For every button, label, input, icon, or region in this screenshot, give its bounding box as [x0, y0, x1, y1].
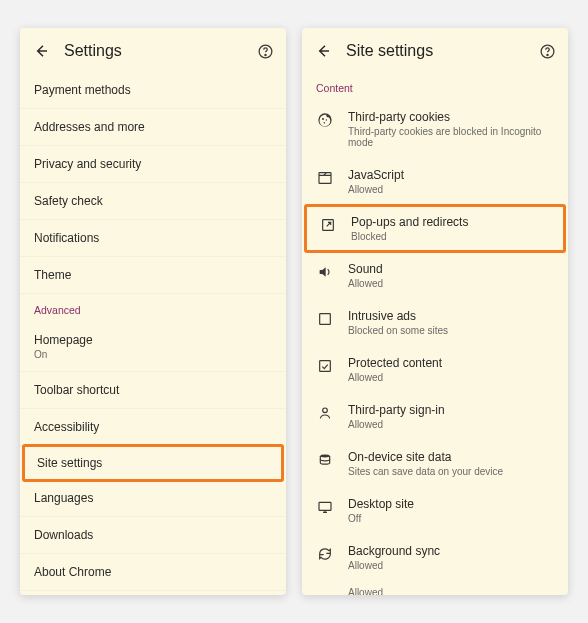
popup-icon — [319, 216, 337, 234]
row-cutoff: Allowed — [302, 581, 568, 595]
settings-list: Payment methods Addresses and more Priva… — [20, 72, 286, 595]
item-label: Third-party sign-in — [348, 403, 554, 417]
row-sound[interactable]: Sound Allowed — [302, 252, 568, 299]
site-settings-header: Site settings — [302, 28, 568, 72]
sync-icon — [316, 545, 334, 563]
row-intrusive-ads[interactable]: Intrusive ads Blocked on some sites — [302, 299, 568, 346]
row-protected-content[interactable]: Protected content Allowed — [302, 346, 568, 393]
row-homepage[interactable]: Homepage On — [20, 322, 286, 372]
item-label: JavaScript — [348, 168, 554, 182]
javascript-icon — [316, 169, 334, 187]
row-languages[interactable]: Languages — [20, 480, 286, 517]
settings-title: Settings — [64, 42, 242, 60]
item-sub: Third-party cookies are blocked in Incog… — [348, 126, 554, 148]
site-settings-list: Content Third-party cookies Third-party … — [302, 72, 568, 595]
row-payment-methods[interactable]: Payment methods — [20, 72, 286, 109]
help-icon[interactable] — [538, 42, 556, 60]
row-third-party-cookies[interactable]: Third-party cookies Third-party cookies … — [302, 100, 568, 158]
item-label: On-device site data — [348, 450, 554, 464]
item-label: Third-party cookies — [348, 110, 554, 124]
row-downloads[interactable]: Downloads — [20, 517, 286, 554]
row-background-sync[interactable]: Background sync Allowed — [302, 534, 568, 581]
row-desktop-site[interactable]: Desktop site Off — [302, 487, 568, 534]
svg-point-8 — [323, 408, 328, 413]
settings-panel: Settings Payment methods Addresses and m… — [20, 28, 286, 595]
svg-point-9 — [320, 455, 329, 458]
storage-icon — [316, 451, 334, 469]
svg-rect-7 — [320, 361, 331, 372]
row-toolbar-shortcut[interactable]: Toolbar shortcut — [20, 372, 286, 409]
item-sub: Allowed — [348, 278, 554, 289]
protected-content-icon — [316, 357, 334, 375]
svg-rect-10 — [319, 502, 331, 510]
svg-rect-6 — [320, 314, 331, 325]
item-label: Intrusive ads — [348, 309, 554, 323]
sound-icon — [316, 263, 334, 281]
item-sub: Allowed — [348, 419, 554, 430]
help-icon[interactable] — [256, 42, 274, 60]
row-third-party-signin[interactable]: Third-party sign-in Allowed — [302, 393, 568, 440]
row-about-chrome[interactable]: About Chrome — [20, 554, 286, 591]
row-safety-check[interactable]: Safety check — [20, 183, 286, 220]
item-sub: Allowed — [348, 184, 554, 195]
item-sub: Sites can save data on your device — [348, 466, 554, 477]
row-site-settings[interactable]: Site settings — [22, 444, 284, 482]
item-sub: Allowed — [348, 560, 554, 571]
row-privacy-and-security[interactable]: Privacy and security — [20, 146, 286, 183]
settings-header: Settings — [20, 28, 286, 72]
item-sub: Off — [348, 513, 554, 524]
row-addresses-and-more[interactable]: Addresses and more — [20, 109, 286, 146]
row-notifications[interactable]: Notifications — [20, 220, 286, 257]
back-icon[interactable] — [314, 42, 332, 60]
item-label: Desktop site — [348, 497, 554, 511]
content-section-header: Content — [302, 72, 568, 100]
item-label: Pop-ups and redirects — [351, 215, 551, 229]
ads-icon — [316, 310, 334, 328]
item-label: Background sync — [348, 544, 554, 558]
signin-icon — [316, 404, 334, 422]
svg-point-3 — [546, 54, 547, 55]
back-icon[interactable] — [32, 42, 50, 60]
row-popups-and-redirects[interactable]: Pop-ups and redirects Blocked — [304, 204, 566, 253]
svg-point-1 — [264, 54, 265, 55]
item-label: Protected content — [348, 356, 554, 370]
item-sub: Allowed — [348, 372, 554, 383]
item-sub: Blocked on some sites — [348, 325, 554, 336]
row-on-device-site-data[interactable]: On-device site data Sites can save data … — [302, 440, 568, 487]
row-theme[interactable]: Theme — [20, 257, 286, 294]
row-javascript[interactable]: JavaScript Allowed — [302, 158, 568, 205]
cookie-icon — [316, 111, 334, 129]
site-settings-panel: Site settings Content Third-party cookie… — [302, 28, 568, 595]
item-sub: Allowed — [348, 587, 554, 595]
item-sub: Blocked — [351, 231, 551, 242]
desktop-icon — [316, 498, 334, 516]
advanced-section-header: Advanced — [20, 294, 286, 322]
site-settings-title: Site settings — [346, 42, 524, 60]
row-accessibility[interactable]: Accessibility — [20, 409, 286, 446]
item-label: Sound — [348, 262, 554, 276]
